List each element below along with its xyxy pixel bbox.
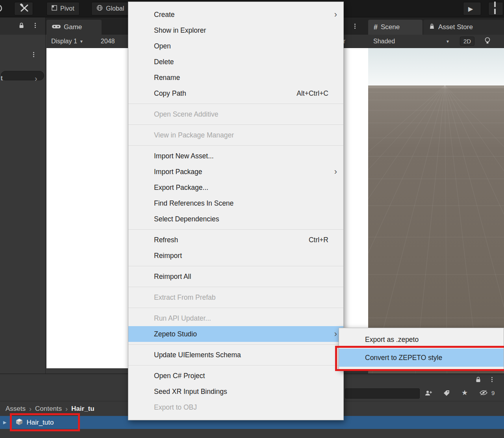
breadcrumb-item[interactable]: Hair_tu [71,405,94,413]
add-user-icon[interactable] [424,390,432,396]
menu-item-refresh[interactable]: RefreshCtrl+R [128,232,343,248]
label-tag-icon[interactable] [443,390,450,396]
game-panel-kebab-icon[interactable] [354,23,356,30]
menu-item-extract-from-prefab: Extract From Prefab [128,290,343,305]
menu-separator [128,344,343,345]
breadcrumb-item[interactable]: Contents [35,405,62,413]
breadcrumb-separator-icon: › [65,405,68,413]
hidden-eye-icon[interactable] [480,390,487,395]
menu-item-zepeto-studio[interactable]: Zepeto Studio› [128,326,343,342]
2d-toggle-button[interactable]: 2D [460,37,474,46]
expand-chevron-icon[interactable]: › [35,74,37,83]
menu-item-open-c-project[interactable]: Open C# Project [128,368,343,384]
resolution-label: 2048 [101,38,115,45]
menu-item-import-package[interactable]: Import Package› [128,164,343,180]
globe-icon [96,5,103,13]
pause-button[interactable] [488,2,503,15]
menu-item-copy-path[interactable]: Copy PathAlt+Ctrl+C [128,85,343,101]
menu-item-label: View in Package Manager [154,131,234,139]
menu-item-label: Create [154,11,175,19]
menu-item-show-in-explorer[interactable]: Show in Explorer [128,22,343,38]
menu-item-label: Open [154,42,171,50]
menu-item-run-api-updater: Run API Updater... [128,310,343,326]
zepeto-studio-submenu: Export as .zepetoConvert to ZEPETO style [339,328,504,369]
pivot-icon [52,5,57,12]
gamepad-icon [52,23,61,31]
menu-item-update-uielements-schema[interactable]: Update UIElements Schema [128,347,343,363]
2d-label: 2D [463,38,471,45]
project-kebab-icon[interactable] [491,376,493,383]
menu-item-shortcut: Alt+Ctrl+C [296,85,328,101]
scene-lighting-icon[interactable] [485,37,490,46]
submenu-arrow-icon: › [334,164,337,180]
hierarchy-item-row[interactable]: t › [0,73,46,84]
menu-item-label: Find References In Scene [154,199,233,207]
display-dropdown-label: Display 1 [51,38,77,45]
selected-asset-label: Hair_tuto [26,419,54,427]
scene-viewport[interactable] [368,48,504,373]
menu-item-label: Reimport All [154,273,191,280]
hierarchy-panel: t › [0,35,46,373]
menu-separator [128,287,343,287]
shading-mode-dropdown[interactable]: Shaded ▾ [373,38,449,45]
global-toggle-button[interactable]: Global [91,2,129,15]
menu-item-delete[interactable]: Delete [128,54,343,70]
menu-item-reimport-all[interactable]: Reimport All [128,269,343,284]
menu-item-find-references-in-scene[interactable]: Find References In Scene [128,195,343,211]
context-menu: Create›Show in ExplorerOpenDeleteRenameC… [128,2,344,420]
tab-scene-label: Scene [381,23,400,31]
scene-view-toolbar: Shaded ▾ 2D [368,35,504,48]
menu-item-label: Show in Explorer [154,26,206,34]
menu-item-rename[interactable]: Rename [128,70,343,85]
menu-item-label: Rename [154,74,180,82]
play-button[interactable]: ▶ [463,2,481,15]
breadcrumb-item[interactable]: Assets [6,405,26,413]
tab-scene[interactable]: # Scene [368,20,422,35]
menu-item-view-in-package-manager: View in Package Manager [128,127,343,143]
menu-item-label: Copy Path [154,89,186,97]
custom-tools-button[interactable] [14,2,33,15]
menu-item-export-as-zepeto[interactable]: Export as .zepeto [339,330,504,349]
chevron-down-icon: ▾ [447,39,449,44]
menu-item-convert-to-zepeto-style[interactable]: Convert to ZEPETO style [339,349,504,367]
menu-item-shortcut: Ctrl+R [309,232,328,248]
tab-asset-store-label: Asset Store [438,23,473,31]
pivot-toggle-button[interactable]: Pivot [46,2,80,15]
menu-separator [128,124,343,125]
tab-asset-store[interactable]: Asset Store [423,20,504,35]
menu-item-label: Zepeto Studio [154,330,197,338]
display-dropdown[interactable]: Display 1 ▾ [51,38,83,45]
menu-item-label: Export as .zepeto [365,336,419,343]
favorites-star-icon[interactable]: ★ [461,388,468,397]
shopping-bag-icon [429,23,435,32]
menu-item-export-to-obj: Export to OBJ [128,399,343,415]
menu-item-open[interactable]: Open [128,38,343,54]
menu-item-label: Open Scene Additive [154,110,218,118]
submenu-arrow-icon: › [334,326,337,342]
hierarchy-menu-kebab-icon[interactable] [35,22,36,29]
hidden-count-badge: 9 [491,390,495,396]
project-search-input[interactable] [345,388,420,399]
menu-item-label: Seed XR Input Bindings [154,388,227,395]
grid-icon: # [374,23,378,32]
project-lock-icon[interactable] [476,377,481,384]
global-label: Global [106,5,124,12]
submenu-arrow-icon: › [334,7,337,22]
menu-item-label: Select Dependencies [154,215,219,223]
menu-item-create[interactable]: Create› [128,7,343,22]
tab-game[interactable]: Game [46,20,102,35]
menu-item-import-new-asset[interactable]: Import New Asset... [128,148,343,164]
menu-item-export-package[interactable]: Export Package... [128,180,343,195]
hierarchy-kebab-icon[interactable] [33,51,34,58]
menu-item-label: Import New Asset... [154,152,214,160]
menu-item-seed-xr-input-bindings[interactable]: Seed XR Input Bindings [128,384,343,399]
menu-item-select-dependencies[interactable]: Select Dependencies [128,211,343,227]
partial-tool-icon[interactable] [0,4,5,14]
breadcrumb: Assets›Contents›Hair_tu [6,403,94,415]
menu-separator [128,229,343,230]
lock-icon[interactable] [19,22,24,30]
menu-item-label: Refresh [154,236,178,244]
expand-triangle-icon[interactable]: ▶ [3,420,6,425]
menu-item-reimport[interactable]: Reimport [128,248,343,264]
tools-icon [19,4,30,14]
